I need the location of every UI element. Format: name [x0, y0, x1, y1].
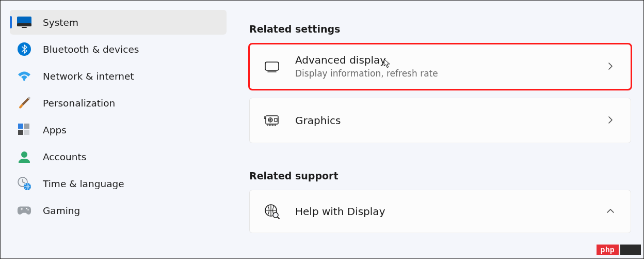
sidebar-item-label: Network & internet — [43, 71, 134, 82]
svg-rect-15 — [265, 62, 279, 70]
svg-point-10 — [21, 151, 27, 158]
svg-rect-7 — [24, 124, 29, 129]
bluetooth-icon — [17, 42, 31, 56]
svg-rect-1 — [17, 23, 31, 26]
card-title: Help with Display — [295, 205, 606, 218]
sidebar-item-gaming[interactable]: Gaming — [10, 198, 227, 223]
svg-point-5 — [28, 97, 30, 99]
php-watermark: php — [597, 244, 641, 255]
graphics-icon — [264, 113, 280, 128]
wifi-icon — [17, 69, 31, 83]
sidebar-item-accounts[interactable]: Accounts — [10, 144, 227, 169]
chevron-up-icon — [606, 206, 616, 217]
chevron-right-icon — [606, 62, 616, 72]
paintbrush-icon — [17, 96, 31, 110]
svg-point-14 — [27, 209, 28, 210]
card-graphics[interactable]: Graphics — [249, 98, 631, 143]
card-advanced-display[interactable]: Advanced display Display information, re… — [249, 44, 631, 89]
svg-rect-19 — [275, 118, 277, 121]
related-support-header: Related support — [249, 170, 631, 181]
php-badge-text: php — [597, 245, 619, 255]
accounts-icon — [17, 149, 31, 164]
card-title: Graphics — [295, 114, 606, 127]
related-settings-header: Related settings — [249, 23, 631, 35]
svg-rect-8 — [18, 130, 23, 135]
sidebar-item-apps[interactable]: Apps — [10, 117, 227, 142]
clock-globe-icon — [17, 176, 31, 191]
sidebar-item-time-language[interactable]: Time & language — [10, 171, 227, 196]
sidebar-item-label: Time & language — [43, 178, 124, 189]
sidebar-item-label: Bluetooth & devices — [43, 44, 139, 55]
gaming-icon — [17, 203, 31, 218]
globe-search-icon — [264, 204, 280, 219]
sidebar-item-network[interactable]: Network & internet — [10, 64, 227, 88]
apps-icon — [17, 123, 31, 137]
card-title: Advanced display — [295, 54, 606, 67]
card-subtitle: Display information, refresh rate — [295, 68, 606, 79]
chevron-right-icon — [606, 115, 616, 126]
svg-line-22 — [278, 217, 279, 219]
sidebar-item-label: System — [43, 17, 78, 28]
svg-point-13 — [26, 208, 27, 209]
php-badge-dark — [620, 245, 641, 255]
svg-rect-6 — [18, 124, 23, 129]
svg-rect-9 — [24, 130, 29, 135]
display-icon — [264, 59, 280, 74]
sidebar-item-system[interactable]: System — [10, 10, 227, 35]
sidebar-item-label: Gaming — [43, 205, 80, 216]
card-help-display[interactable]: Help with Display — [249, 190, 631, 233]
sidebar-item-personalization[interactable]: Personalization — [10, 90, 227, 115]
sidebar-item-label: Personalization — [43, 98, 115, 109]
system-icon — [17, 15, 31, 29]
svg-rect-2 — [22, 27, 27, 28]
svg-point-4 — [23, 79, 25, 81]
main-content: Related settings Advanced display Displa… — [223, 1, 643, 258]
sidebar: System Bluetooth & devices — [1, 1, 223, 258]
sidebar-item-label: Accounts — [43, 151, 86, 162]
sidebar-item-bluetooth[interactable]: Bluetooth & devices — [10, 37, 227, 62]
sidebar-item-label: Apps — [43, 125, 67, 135]
